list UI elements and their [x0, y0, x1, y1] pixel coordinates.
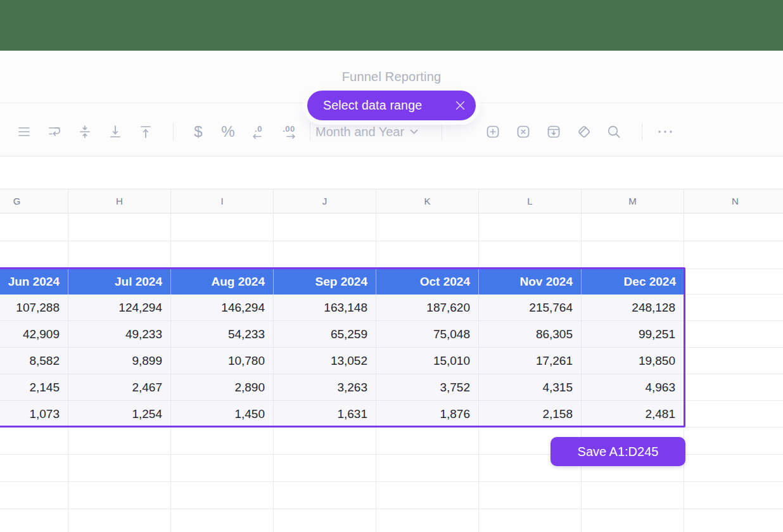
value-cell[interactable]: 2,890 [171, 374, 274, 401]
column-header[interactable]: G [0, 189, 68, 213]
save-range-button[interactable]: Save A1:D245 [551, 437, 685, 466]
month-header-cell[interactable]: Dec 2024 [582, 269, 684, 294]
grid-cell[interactable] [582, 482, 684, 509]
month-header-cell[interactable]: Nov 2024 [479, 269, 582, 294]
wrap-text-icon[interactable] [44, 122, 65, 142]
percent-format-icon[interactable]: % [218, 122, 238, 142]
value-cell[interactable]: 19,850 [582, 348, 684, 374]
grid-cell[interactable] [684, 374, 783, 401]
grid-cell[interactable] [274, 428, 376, 455]
column-header[interactable]: J [274, 189, 376, 213]
grid-cell[interactable] [68, 509, 171, 532]
grid-cell[interactable] [0, 428, 68, 455]
grid-cell[interactable] [68, 213, 171, 241]
grid-cell[interactable] [68, 241, 171, 269]
value-cell[interactable]: 124,294 [68, 294, 171, 321]
value-cell[interactable]: 4,963 [582, 374, 684, 401]
grid-cell[interactable] [376, 455, 479, 482]
align-left-icon[interactable] [0, 122, 4, 142]
grid-cell[interactable] [376, 213, 479, 241]
value-cell[interactable]: 2,158 [479, 401, 582, 428]
close-icon[interactable] [455, 101, 465, 110]
value-cell[interactable]: 42,909 [0, 321, 68, 348]
insert-cells-icon[interactable] [483, 122, 503, 142]
grid-cell[interactable] [171, 213, 274, 241]
value-cell[interactable]: 1,450 [171, 401, 274, 428]
eraser-icon[interactable] [574, 122, 594, 142]
search-icon[interactable] [604, 122, 624, 142]
grid-cell[interactable] [582, 213, 684, 241]
value-cell[interactable]: 163,148 [274, 294, 376, 321]
grid-cell[interactable] [68, 428, 171, 455]
value-cell[interactable]: 15,010 [376, 348, 479, 374]
month-header-cell[interactable]: Oct 2024 [376, 269, 479, 294]
grid-cell[interactable] [0, 213, 68, 241]
value-cell[interactable]: 1,631 [274, 401, 376, 428]
grid-cell[interactable] [479, 482, 582, 509]
grid-cell[interactable] [376, 428, 479, 455]
grid-cell[interactable] [171, 428, 274, 455]
value-cell[interactable]: 8,582 [0, 348, 68, 374]
value-cell[interactable]: 4,315 [479, 374, 582, 401]
value-cell[interactable]: 86,305 [479, 321, 582, 348]
grid-cell[interactable] [0, 241, 68, 269]
align-bottom-icon[interactable] [105, 122, 125, 142]
align-top-icon[interactable] [136, 122, 156, 142]
more-options-icon[interactable] [655, 122, 675, 142]
grid-cell[interactable] [0, 509, 68, 532]
grid-cell[interactable] [684, 294, 783, 321]
month-header-cell[interactable]: Sep 2024 [274, 269, 376, 294]
column-header[interactable]: I [171, 189, 274, 213]
value-cell[interactable]: 215,764 [479, 294, 582, 321]
vertical-align-center-icon[interactable] [75, 122, 95, 142]
grid-cell[interactable] [376, 241, 479, 269]
grid-cell[interactable] [684, 401, 783, 428]
value-cell[interactable]: 49,233 [68, 321, 171, 348]
value-cell[interactable]: 1,254 [68, 401, 171, 428]
grid-cell[interactable] [684, 321, 783, 348]
grid-cell[interactable] [171, 241, 274, 269]
value-cell[interactable]: 146,294 [171, 294, 274, 321]
grid-cell[interactable] [684, 269, 783, 294]
month-header-cell[interactable]: Jun 2024 [0, 269, 68, 294]
value-cell[interactable]: 54,233 [171, 321, 274, 348]
value-cell[interactable]: 1,073 [0, 401, 68, 428]
column-header[interactable]: N [684, 189, 783, 213]
grid-cell[interactable] [376, 509, 479, 532]
grid-cell[interactable] [68, 455, 171, 482]
grid-cell[interactable] [582, 241, 684, 269]
value-cell[interactable]: 2,481 [582, 401, 684, 428]
decrease-decimal-icon[interactable]: .0 [248, 122, 269, 142]
grid-cell[interactable] [684, 482, 783, 509]
value-cell[interactable]: 75,048 [376, 321, 479, 348]
grid-cell[interactable] [684, 428, 783, 455]
grid-cell[interactable] [171, 509, 274, 532]
value-cell[interactable]: 107,288 [0, 294, 68, 321]
value-cell[interactable]: 10,780 [171, 348, 274, 374]
grid-cell[interactable] [274, 482, 376, 509]
grid-cell[interactable] [479, 509, 582, 532]
value-cell[interactable]: 99,251 [582, 321, 684, 348]
value-cell[interactable]: 2,467 [68, 374, 171, 401]
month-header-cell[interactable]: Aug 2024 [171, 269, 274, 294]
column-header[interactable]: L [479, 189, 582, 213]
grid-cell[interactable] [684, 455, 783, 482]
grid-cell[interactable] [274, 241, 376, 269]
increase-decimal-icon[interactable]: .00 [279, 122, 299, 142]
grid-cell[interactable] [68, 482, 171, 509]
grid-cell[interactable] [479, 213, 582, 241]
value-cell[interactable]: 187,620 [376, 294, 479, 321]
grid-cell[interactable] [171, 482, 274, 509]
grid-cell[interactable] [684, 241, 783, 269]
grid-cell[interactable] [171, 455, 274, 482]
value-cell[interactable]: 3,752 [376, 374, 479, 401]
column-header[interactable]: M [582, 189, 684, 213]
grid-cell[interactable] [274, 455, 376, 482]
grid-cell[interactable] [274, 213, 376, 241]
month-header-cell[interactable]: Jul 2024 [68, 269, 171, 294]
grid-cell[interactable] [684, 348, 783, 374]
grid-cell[interactable] [0, 455, 68, 482]
value-cell[interactable]: 2,145 [0, 374, 68, 401]
value-cell[interactable]: 248,128 [582, 294, 684, 321]
grid-cell[interactable] [376, 482, 479, 509]
